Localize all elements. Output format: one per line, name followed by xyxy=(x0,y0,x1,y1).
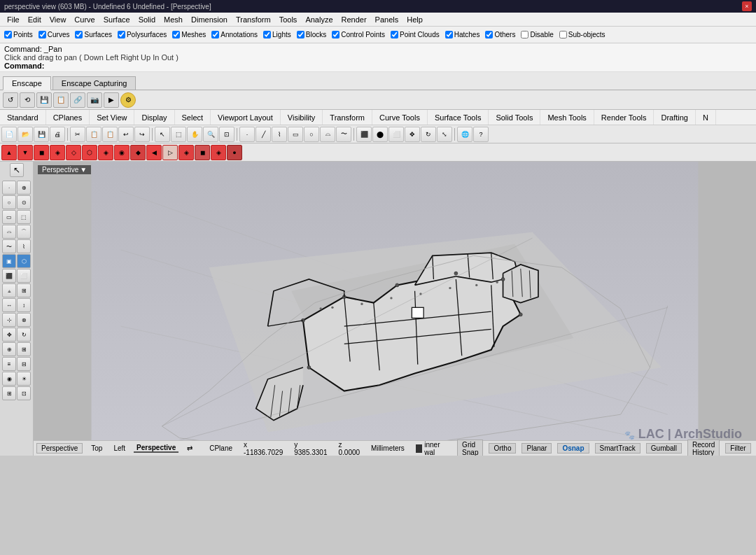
sec-tb-red7[interactable]: ◈ xyxy=(98,145,113,160)
toolbar-tab-set-view[interactable]: Set View xyxy=(90,110,134,125)
plugin-tab-0[interactable]: Enscape xyxy=(3,76,51,90)
sec-tb-red8[interactable]: ◉ xyxy=(114,145,130,160)
sec-tb-dark3[interactable]: ● xyxy=(227,145,242,160)
tb-window-sel[interactable]: ⬚ xyxy=(171,127,186,142)
filter-checkbox-points[interactable] xyxy=(4,31,12,38)
status-ortho[interactable]: Ortho xyxy=(489,443,516,454)
status-planar[interactable]: Planar xyxy=(522,443,552,454)
tb-polyline[interactable]: ⌇ xyxy=(272,127,287,142)
sec-tb-red4[interactable]: ◈ xyxy=(50,145,65,160)
tb-pan[interactable]: ✋ xyxy=(187,127,202,142)
sec-tb-red3[interactable]: ◼ xyxy=(34,145,49,160)
filter-checkbox-curves[interactable] xyxy=(38,31,46,38)
toolbar-tab-visibility[interactable]: Visibility xyxy=(281,110,323,125)
vp-tab-perspective-2[interactable]: Perspective xyxy=(134,444,178,453)
sec-tb-red6[interactable]: ⬡ xyxy=(82,145,97,160)
lt-solid2[interactable]: ⬜ xyxy=(17,269,31,283)
tb-copy[interactable]: 📋 xyxy=(86,127,102,142)
filter-checkbox-others[interactable] xyxy=(485,31,493,38)
filter-checkbox-surfaces[interactable] xyxy=(75,31,83,38)
lt-analyze2[interactable]: ⊞ xyxy=(17,342,31,356)
sec-tb-red2[interactable]: ▼ xyxy=(18,145,33,160)
toolbar-tab-viewport-layout[interactable]: Viewport Layout xyxy=(211,110,281,125)
lt-extra1[interactable]: ⊞ xyxy=(2,386,16,400)
tb-render[interactable]: 🌐 xyxy=(457,127,472,142)
lt-circle1[interactable]: ○ xyxy=(2,195,16,209)
lt-surface1[interactable]: ▣ xyxy=(2,254,16,268)
plugin-tab-1[interactable]: Enscape Capturing xyxy=(52,76,136,90)
filter-checkbox-blocks[interactable] xyxy=(297,31,304,38)
viewport[interactable]: Perspective ▼ xyxy=(34,162,756,456)
lt-dim2[interactable]: ↕ xyxy=(17,298,31,312)
status-smarttrack[interactable]: SmartTrack xyxy=(595,443,640,454)
sec-tb-red9[interactable]: ◀ xyxy=(146,145,162,160)
status-filter[interactable]: Filter xyxy=(725,443,750,454)
filter-checkbox-control-points[interactable] xyxy=(332,31,340,38)
sec-tb-red1[interactable]: ▲ xyxy=(1,145,17,160)
tb-move[interactable]: ✥ xyxy=(405,127,420,142)
tb-arc[interactable]: ⌓ xyxy=(320,127,335,142)
lt-curve1[interactable]: 〜 xyxy=(2,239,16,253)
enscape-tool-3[interactable]: 💾 xyxy=(36,92,52,108)
menu-item-panels[interactable]: Panels xyxy=(371,15,403,24)
menu-item-dimension[interactable]: Dimension xyxy=(187,15,232,24)
toolbar-tab-standard[interactable]: Standard xyxy=(0,110,46,125)
sec-tb-red10[interactable]: ▷ xyxy=(162,145,178,160)
lt-surface2[interactable]: ⬡ xyxy=(17,254,31,268)
tb-line[interactable]: ╱ xyxy=(255,127,271,142)
filter-checkbox-lights[interactable] xyxy=(263,31,271,38)
sec-tb-red11[interactable]: ◈ xyxy=(178,145,194,160)
enscape-tool-5[interactable]: 🔗 xyxy=(70,92,85,108)
lt-circle2[interactable]: ⊙ xyxy=(17,195,31,209)
filter-checkbox-point-clouds[interactable] xyxy=(391,31,398,38)
lt-mesh1[interactable]: ⟁ xyxy=(2,283,16,297)
menu-item-view[interactable]: View xyxy=(46,15,71,24)
lt-analyze1[interactable]: ⊕ xyxy=(2,342,16,356)
lt-render1[interactable]: ◉ xyxy=(2,372,16,386)
lt-dim1[interactable]: ↔ xyxy=(2,298,16,312)
lt-point-draw[interactable]: · xyxy=(2,181,16,195)
status-osnap[interactable]: Osnap xyxy=(557,443,589,454)
tb-redo[interactable]: ↪ xyxy=(134,127,150,142)
tb-extrude[interactable]: ⬛ xyxy=(356,127,372,142)
toolbar-tab-select[interactable]: Select xyxy=(175,110,211,125)
lt-cursor[interactable]: ↖ xyxy=(10,163,24,177)
lt-rect1[interactable]: ▭ xyxy=(2,210,16,224)
menu-item-help[interactable]: Help xyxy=(402,15,427,24)
toolbar-tab-render-tools[interactable]: Render Tools xyxy=(594,110,654,125)
tb-cut[interactable]: ✂ xyxy=(70,127,85,142)
lt-rect2[interactable]: ⬚ xyxy=(17,210,31,224)
vp-tab-icon[interactable]: ⇄ xyxy=(184,444,195,452)
tb-open[interactable]: 📂 xyxy=(18,127,33,142)
tb-point[interactable]: · xyxy=(239,127,255,142)
close-button[interactable]: × xyxy=(742,1,752,11)
tb-sphere[interactable]: ⬤ xyxy=(372,127,388,142)
menu-item-analyze[interactable]: Analyze xyxy=(301,15,337,24)
lt-layer1[interactable]: ≡ xyxy=(2,357,16,371)
enscape-tool-2[interactable]: ⟲ xyxy=(20,92,35,108)
tb-zoom-ext[interactable]: ⊡ xyxy=(219,127,234,142)
lt-layer2[interactable]: ⊟ xyxy=(17,357,31,371)
toolbar-tab-solid-tools[interactable]: Solid Tools xyxy=(489,110,540,125)
vp-tab-perspective-1[interactable]: Perspective xyxy=(36,443,83,454)
lt-arc1[interactable]: ⌓ xyxy=(2,225,16,239)
tb-print[interactable]: 🖨 xyxy=(50,127,65,142)
lt-render2[interactable]: ☀ xyxy=(17,372,31,386)
menu-item-mesh[interactable]: Mesh xyxy=(160,15,187,24)
enscape-tool-7[interactable]: ▶ xyxy=(104,92,119,108)
sec-tb-red5[interactable]: ◇ xyxy=(66,145,81,160)
lt-point-on[interactable]: ⊕ xyxy=(17,181,31,195)
toolbar-tab-mesh-tools[interactable]: Mesh Tools xyxy=(540,110,594,125)
filter-checkbox-hatches[interactable] xyxy=(445,31,453,38)
tb-scale[interactable]: ⤡ xyxy=(437,127,452,142)
toolbar-tab-transform[interactable]: Transform xyxy=(323,110,372,125)
menu-item-solid[interactable]: Solid xyxy=(134,15,160,24)
status-gridsnap[interactable]: Grid Snap xyxy=(457,440,483,456)
tb-paste[interactable]: 📋 xyxy=(102,127,118,142)
filter-checkbox-sub-objects[interactable] xyxy=(559,31,567,38)
sec-tb-red12[interactable]: ◈ xyxy=(211,145,226,160)
toolbar-tab-curve-tools[interactable]: Curve Tools xyxy=(372,110,428,125)
tb-rect[interactable]: ▭ xyxy=(288,127,303,142)
lt-solid1[interactable]: ⬛ xyxy=(2,269,16,283)
filter-checkbox-polysurfaces[interactable] xyxy=(118,31,125,38)
